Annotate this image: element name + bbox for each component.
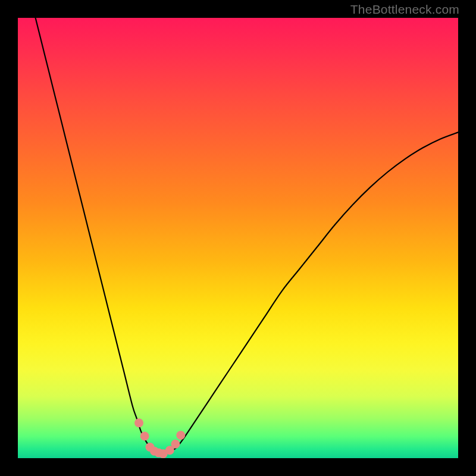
chart-frame: TheBottleneck.com: [0, 0, 476, 476]
highlight-dot: [134, 418, 143, 427]
curve-layer: [18, 18, 458, 458]
highlight-dot: [176, 431, 185, 440]
watermark-text: TheBottleneck.com: [350, 2, 459, 17]
highlight-dot: [140, 432, 149, 441]
bottleneck-curve: [36, 18, 458, 454]
highlight-dots: [134, 418, 185, 458]
highlight-dot: [171, 440, 180, 449]
plot-area: [18, 18, 458, 458]
